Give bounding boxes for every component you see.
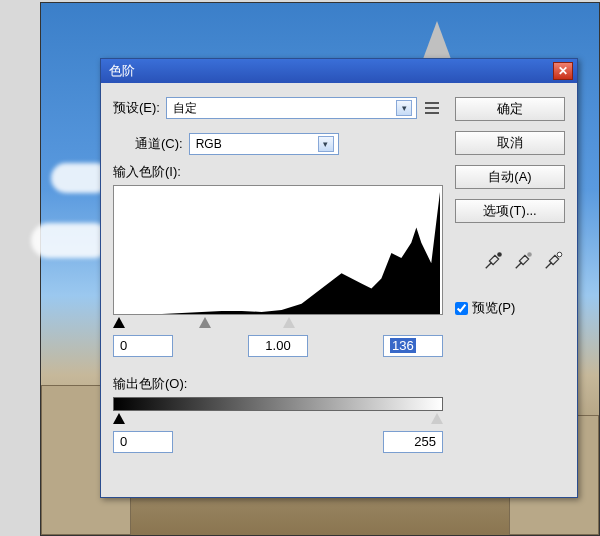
preview-label: 预览(P) xyxy=(472,299,515,317)
chevron-down-icon: ▾ xyxy=(318,136,334,152)
svg-point-2 xyxy=(557,252,562,257)
close-button[interactable]: ✕ xyxy=(553,62,573,80)
output-shadow-handle[interactable] xyxy=(113,413,125,424)
ok-button[interactable]: 确定 xyxy=(455,97,565,121)
gray-eyedropper-icon[interactable] xyxy=(513,249,535,271)
input-slider-track[interactable] xyxy=(113,317,443,331)
shadow-slider-handle[interactable] xyxy=(113,317,125,328)
preset-value: 自定 xyxy=(173,100,197,117)
output-slider-track[interactable] xyxy=(113,413,443,427)
input-gamma-field[interactable]: 1.00 xyxy=(248,335,308,357)
output-highlight-field[interactable]: 255 xyxy=(383,431,443,453)
titlebar[interactable]: 色阶 ✕ xyxy=(101,59,577,83)
levels-dialog: 色阶 ✕ 预设(E): 自定 ▾ 通道(C): RGB ▾ xyxy=(100,58,578,498)
input-highlight-field[interactable]: 136 xyxy=(383,335,443,357)
cancel-button[interactable]: 取消 xyxy=(455,131,565,155)
close-icon: ✕ xyxy=(558,64,568,78)
channel-label: 通道(C): xyxy=(135,135,183,153)
black-eyedropper-icon[interactable] xyxy=(483,249,505,271)
auto-button[interactable]: 自动(A) xyxy=(455,165,565,189)
midtone-slider-handle[interactable] xyxy=(199,317,211,328)
options-button[interactable]: 选项(T)... xyxy=(455,199,565,223)
channel-select[interactable]: RGB ▾ xyxy=(189,133,339,155)
histogram xyxy=(113,185,443,315)
output-levels-label: 输出色阶(O): xyxy=(113,375,445,393)
dialog-title: 色阶 xyxy=(109,62,135,80)
cloud xyxy=(31,223,111,258)
svg-point-0 xyxy=(497,252,502,257)
input-shadow-field[interactable]: 0 xyxy=(113,335,173,357)
highlight-slider-handle[interactable] xyxy=(283,317,295,328)
preset-label: 预设(E): xyxy=(113,99,160,117)
input-levels-label: 输入色阶(I): xyxy=(113,163,445,181)
eyedropper-group xyxy=(455,249,565,271)
preset-menu-icon[interactable] xyxy=(425,100,445,116)
cone-shape xyxy=(423,21,451,59)
preset-select[interactable]: 自定 ▾ xyxy=(166,97,417,119)
channel-value: RGB xyxy=(196,137,222,151)
output-highlight-handle[interactable] xyxy=(431,413,443,424)
chevron-down-icon: ▾ xyxy=(396,100,412,116)
svg-point-1 xyxy=(527,252,532,257)
preview-checkbox[interactable] xyxy=(455,302,468,315)
output-shadow-field[interactable]: 0 xyxy=(113,431,173,453)
output-gradient xyxy=(113,397,443,411)
white-eyedropper-icon[interactable] xyxy=(543,249,565,271)
histogram-svg xyxy=(122,192,440,314)
